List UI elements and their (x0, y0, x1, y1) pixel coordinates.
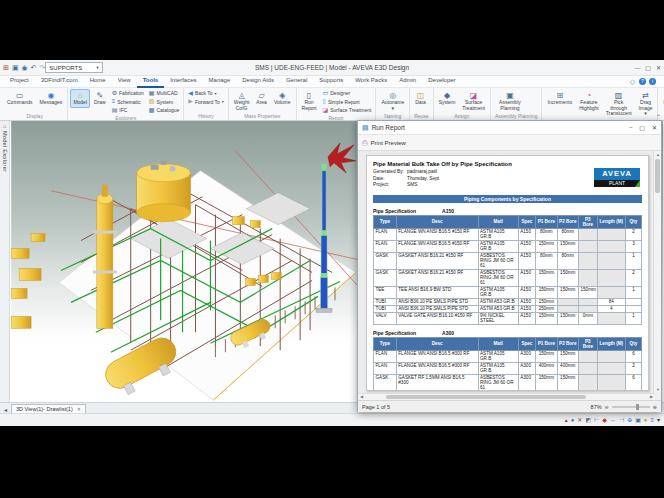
system-button[interactable]: ▧System (147, 98, 181, 107)
status-icon[interactable]: ⊣ (619, 416, 624, 424)
scroll-down-icon[interactable]: ▼ (654, 387, 662, 392)
zoom-in-icon[interactable]: ⊕ (653, 404, 657, 410)
tab-general[interactable]: General (280, 75, 313, 88)
zoom-out-icon[interactable]: ⊖ (605, 404, 609, 410)
commands-button[interactable]: ▭Commands (4, 89, 36, 108)
feature-highlight-button[interactable]: ◔Feature Highlight (576, 89, 601, 113)
fabrication-icon: ⚙ (112, 90, 117, 97)
tab-project[interactable]: Project (4, 75, 35, 88)
area-button[interactable]: ▱Area (253, 89, 270, 108)
multicad-button[interactable]: ▦MultiCAD (147, 89, 181, 98)
surface-treatment-button[interactable]: ◪Surface Treatment (321, 106, 374, 115)
chevron-down-icon: ▾ (215, 91, 217, 96)
tab-manage[interactable]: Manage (203, 75, 237, 88)
model-explorer-tab[interactable]: Model Explorer (2, 131, 8, 172)
close-button[interactable]: ✕ (656, 63, 661, 73)
scroll-right-icon[interactable]: ▶ (650, 394, 653, 399)
dialog-title-bar[interactable]: ▤ Run Report –▢✕ (358, 121, 661, 135)
quick-access-combo[interactable]: SUPPORTS ▼ (45, 62, 103, 73)
tab-view[interactable]: View (112, 75, 137, 88)
vertical-scroll-thumb[interactable] (655, 159, 660, 193)
catalogue-button[interactable]: ▩Catalogue (147, 106, 181, 115)
tab-developer[interactable]: Developer (422, 75, 461, 88)
table-cell: 1 (625, 286, 641, 298)
forward-to-button[interactable]: ▶Forward To▾ (186, 98, 226, 107)
tab-supports[interactable]: Supports (313, 75, 349, 88)
tab-design-aids[interactable]: Design Aids (236, 75, 280, 88)
model-button[interactable]: ⌂Model (70, 89, 90, 108)
run-button[interactable]: ⊙Run (660, 89, 664, 108)
scroll-up-icon[interactable]: ▲ (654, 152, 662, 157)
app-menu-icon[interactable]: ⊞ (3, 63, 9, 72)
volume-button[interactable]: ◈Volume (271, 89, 294, 108)
dialog-maximize-button[interactable]: ▢ (639, 124, 645, 131)
print-preview-area[interactable]: Pipe Material Bulk Take Off by Pipe Spec… (358, 151, 655, 393)
tab-admin[interactable]: Admin (393, 75, 422, 88)
status-icon[interactable]: ● (644, 416, 648, 424)
messages-button[interactable]: ◉Messages (37, 89, 66, 108)
restore-button[interactable]: ▢ (645, 63, 651, 73)
status-icon[interactable]: ✕ (577, 416, 582, 424)
table-cell (597, 269, 625, 286)
minimize-button[interactable]: — (634, 63, 640, 73)
tab-home[interactable]: Home (84, 75, 112, 88)
autoname-button[interactable]: ◎Autoname ▾ (378, 89, 407, 113)
status-icon[interactable]: ▴ (565, 416, 568, 424)
tab-interfaces[interactable]: Interfaces (164, 75, 202, 88)
pick-through-translucent-button[interactable]: ▨Pick through Translucent (603, 89, 635, 119)
increments-button[interactable]: ⊞Increments (544, 89, 575, 108)
status-icon[interactable]: ◆ (602, 416, 607, 424)
simple-report-button[interactable]: ▯Simple Report (321, 98, 374, 107)
help-icon[interactable]: ? (639, 78, 646, 85)
fabrication-button[interactable]: ⚙Fabrication (110, 89, 146, 98)
schematic-button[interactable]: ≡Schematic (110, 98, 146, 107)
about-icon[interactable]: i (649, 78, 656, 85)
data-button[interactable]: ◫Data (412, 89, 429, 108)
plug-icon[interactable]: ◉ (22, 63, 28, 72)
status-icon[interactable]: ● (571, 416, 575, 424)
designer-button[interactable]: ▭Designer (321, 89, 374, 98)
tab-work-packs[interactable]: Work Packs (349, 75, 393, 88)
table-cell: 1 (625, 252, 641, 269)
back-to-button[interactable]: ◀Back To▾ (186, 89, 226, 98)
tab-3dfindit-com[interactable]: 3DFindIT.com (35, 75, 84, 88)
print-preview-icon[interactable]: ⎙ (362, 139, 368, 147)
ifc-button[interactable]: ▤IFC (110, 106, 146, 115)
tab-scroll-left-icon[interactable]: ◂ (2, 406, 9, 413)
horizontal-scroll-thumb[interactable] (386, 395, 586, 399)
draw-button[interactable]: ✎Draw (91, 89, 109, 108)
status-icon[interactable]: ↔ (610, 416, 616, 424)
zoom-slider-thumb[interactable] (636, 404, 639, 410)
print-preview-label[interactable]: Print Preview (371, 140, 406, 146)
tab-tools[interactable]: Tools (137, 75, 165, 88)
surface-treatment-button[interactable]: ◪Surface Treatment (459, 89, 488, 113)
button-label: System (439, 100, 456, 106)
ribbon-collapse-button[interactable]: ⌃ (656, 113, 661, 120)
scroll-left-icon[interactable]: ◀ (360, 394, 363, 399)
status-icon[interactable]: ⊕ (627, 416, 632, 424)
assembly-planning-button[interactable]: ▣Assembly Planning (493, 89, 527, 113)
column-header: Qty (625, 215, 641, 228)
drag-image-button[interactable]: ⇄Drag Image ▾ (636, 89, 656, 119)
dialog-minimize-button[interactable]: – (629, 124, 632, 131)
redo-icon[interactable]: ↷ (39, 63, 45, 72)
system-button[interactable]: ◆System (436, 89, 459, 108)
table-cell: ASTM A53 GR.B (478, 305, 518, 312)
status-icon[interactable]: ▾ (657, 416, 660, 424)
view-tab-3d[interactable]: 3D View(1)- Drawlist(1) ✕ (11, 404, 86, 413)
weight-cofg-button[interactable]: ◬Weight CofG (231, 89, 252, 113)
zoom-slider[interactable] (612, 406, 650, 408)
undo-icon[interactable]: ↶ (31, 63, 37, 72)
status-icon[interactable]: ◩ (585, 416, 591, 424)
status-icon[interactable]: ▣ (635, 416, 641, 424)
preview-vertical-scrollbar[interactable]: ▲ ▼ (653, 151, 661, 393)
styles-icon[interactable]: ◇ (629, 78, 636, 85)
view-tab-close-icon[interactable]: ✕ (77, 406, 81, 412)
save-icon[interactable]: ▣ (12, 63, 19, 72)
status-icon[interactable]: ⊢ (594, 416, 599, 424)
dialog-close-button[interactable]: ✕ (652, 124, 657, 131)
preview-horizontal-scrollbar[interactable]: ◀ ▶ (358, 393, 655, 400)
status-icon[interactable]: ≡ (650, 416, 654, 424)
button-label: Feature Highlight (579, 100, 598, 111)
run-report-button[interactable]: ▯Run Report (299, 89, 320, 113)
